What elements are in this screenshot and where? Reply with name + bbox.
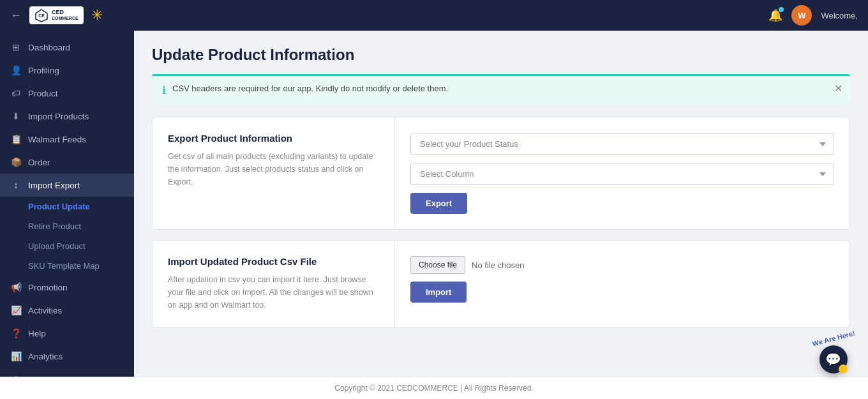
promotion-icon: 📢 bbox=[10, 282, 22, 292]
export-section-card: Export Product Information Get csv of al… bbox=[152, 117, 850, 230]
sidebar-label-import-export: Import Export bbox=[28, 181, 80, 190]
no-file-label: No file chosen bbox=[472, 260, 524, 270]
sidebar-item-import-export[interactable]: ↕ Import Export bbox=[0, 174, 134, 197]
help-icon: ❓ bbox=[10, 328, 22, 338]
export-section-right: Select your Product Status Select Column… bbox=[395, 117, 849, 229]
sidebar-label-promotion: Promotion bbox=[28, 283, 68, 292]
sidebar-item-help[interactable]: ❓ Help bbox=[0, 322, 134, 345]
export-button[interactable]: Export bbox=[410, 193, 467, 214]
page-title: Update Product Information bbox=[152, 46, 850, 64]
sidebar-label-analytics: Analytics bbox=[28, 352, 63, 361]
import-section-card: Import Updated Product Csv File After up… bbox=[152, 240, 850, 327]
sub-item-sku-template-map[interactable]: SKU Template Map bbox=[0, 256, 134, 276]
product-icon: 🏷 bbox=[10, 88, 22, 98]
sidebar-item-profiling[interactable]: 👤 Profiling bbox=[0, 59, 134, 82]
sidebar-label-activities: Activities bbox=[28, 306, 62, 315]
header: ← CE CED COMMERCE ✳ 🔔 W Welcome, bbox=[0, 0, 868, 31]
import-section-title: Import Updated Product Csv File bbox=[168, 256, 379, 267]
settings-icon: ⚙ bbox=[10, 374, 22, 377]
export-section-title: Export Product Information bbox=[168, 133, 379, 144]
sidebar-label-walmart-feeds: Walmart Feeds bbox=[28, 135, 86, 144]
float-dot bbox=[839, 365, 848, 373]
sidebar-label-product: Product bbox=[28, 89, 58, 98]
product-status-select[interactable]: Select your Product Status bbox=[410, 133, 834, 155]
banner-close-button[interactable]: ✕ bbox=[834, 82, 842, 94]
main-content: Update Product Information ℹ CSV headers… bbox=[134, 31, 868, 377]
sidebar-item-order[interactable]: 📦 Order bbox=[0, 151, 134, 174]
sidebar: ⊞ Dashboard 👤 Profiling 🏷 Product ⬇ Impo… bbox=[0, 31, 134, 377]
export-section-left: Export Product Information Get csv of al… bbox=[153, 117, 395, 229]
walmart-star-icon: ✳ bbox=[91, 7, 103, 24]
sidebar-label-import-products: Import Products bbox=[28, 112, 89, 121]
walmart-feeds-icon: 📋 bbox=[10, 134, 22, 144]
sidebar-item-walmart-feeds[interactable]: 📋 Walmart Feeds bbox=[0, 128, 134, 151]
choose-file-button[interactable]: Choose file bbox=[410, 256, 465, 274]
info-banner: ℹ CSV headers are required for our app. … bbox=[152, 74, 850, 104]
import-section-description: After updation in csv you can import it … bbox=[168, 273, 379, 312]
import-products-icon: ⬇ bbox=[10, 111, 22, 121]
import-export-icon: ↕ bbox=[10, 180, 22, 190]
logo: CE CED COMMERCE bbox=[29, 6, 84, 24]
footer: Copyright © 2021 CEDCOMMERCE | All Right… bbox=[0, 377, 868, 399]
sub-item-upload-product[interactable]: Upload Product bbox=[0, 236, 134, 256]
activities-icon: 📈 bbox=[10, 305, 22, 315]
header-right: 🔔 W Welcome, bbox=[768, 5, 858, 26]
main-layout: ⊞ Dashboard 👤 Profiling 🏷 Product ⬇ Impo… bbox=[0, 31, 868, 377]
logo-icon: CE bbox=[34, 8, 49, 22]
sidebar-item-settings[interactable]: ⚙ Settings bbox=[0, 368, 134, 377]
sidebar-label-dashboard: Dashboard bbox=[28, 43, 70, 52]
sub-item-product-update[interactable]: Product Update bbox=[0, 197, 134, 216]
dashboard-icon: ⊞ bbox=[10, 42, 22, 52]
info-icon: ℹ bbox=[162, 84, 166, 96]
order-icon: 📦 bbox=[10, 157, 22, 167]
select-column-select[interactable]: Select Column bbox=[410, 163, 834, 185]
sidebar-item-activities[interactable]: 📈 Activities bbox=[0, 299, 134, 322]
sub-item-retire-product[interactable]: Retire Product bbox=[0, 216, 134, 236]
file-input-row: Choose file No file chosen bbox=[410, 256, 834, 274]
sidebar-item-import-products[interactable]: ⬇ Import Products bbox=[0, 105, 134, 128]
import-section-right: Choose file No file chosen Import bbox=[395, 241, 849, 327]
profiling-icon: 👤 bbox=[10, 65, 22, 75]
sidebar-label-profiling: Profiling bbox=[28, 66, 59, 75]
notification-bell[interactable]: 🔔 bbox=[768, 8, 782, 22]
sidebar-label-help: Help bbox=[28, 329, 46, 338]
import-button[interactable]: Import bbox=[410, 282, 467, 303]
notification-dot bbox=[779, 7, 784, 12]
banner-text: CSV headers are required for our app. Ki… bbox=[172, 84, 840, 93]
footer-text: Copyright © 2021 CEDCOMMERCE | All Right… bbox=[334, 384, 533, 393]
float-chat-button[interactable]: 💬 bbox=[819, 345, 848, 373]
import-section-left: Import Updated Product Csv File After up… bbox=[153, 241, 395, 327]
logo-text: CED COMMERCE bbox=[52, 10, 79, 21]
analytics-icon: 📊 bbox=[10, 351, 22, 361]
back-button[interactable]: ← bbox=[10, 9, 22, 22]
export-section-description: Get csv of all main products (excluding … bbox=[168, 150, 379, 188]
chat-icon: 💬 bbox=[825, 352, 841, 367]
welcome-text: Welcome, bbox=[821, 11, 858, 20]
sidebar-item-dashboard[interactable]: ⊞ Dashboard bbox=[0, 36, 134, 59]
sidebar-item-product[interactable]: 🏷 Product bbox=[0, 82, 134, 105]
sidebar-item-promotion[interactable]: 📢 Promotion bbox=[0, 276, 134, 299]
svg-text:CE: CE bbox=[38, 13, 45, 18]
header-left: ← CE CED COMMERCE ✳ bbox=[10, 6, 103, 24]
float-chat[interactable]: We Are Here! 💬 bbox=[812, 335, 855, 373]
avatar[interactable]: W bbox=[791, 5, 812, 26]
sidebar-item-analytics[interactable]: 📊 Analytics bbox=[0, 345, 134, 368]
sidebar-label-order: Order bbox=[28, 158, 50, 167]
